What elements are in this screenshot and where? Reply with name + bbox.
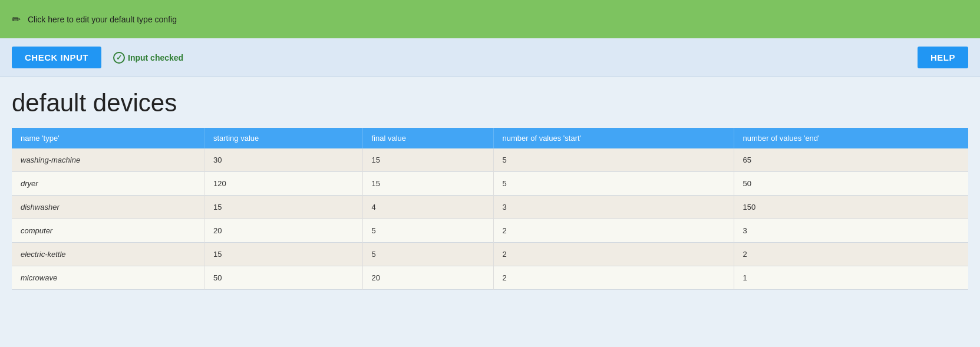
table-row: washing-machine3015565 — [12, 148, 968, 172]
cell-num-end: 3 — [734, 219, 968, 243]
table-row: microwave502021 — [12, 266, 968, 290]
cell-num-start: 2 — [493, 219, 734, 243]
cell-starting: 50 — [204, 266, 362, 290]
col-header-starting: starting value — [204, 128, 362, 148]
cell-num-start: 5 — [493, 172, 734, 196]
data-table: name 'type' starting value final value n… — [12, 128, 968, 290]
top-bar[interactable]: ✏ Click here to edit your default type c… — [0, 0, 980, 38]
cell-final: 5 — [362, 219, 493, 243]
table-header-row: name 'type' starting value final value n… — [12, 128, 968, 148]
cell-starting: 15 — [204, 243, 362, 266]
cell-starting: 20 — [204, 219, 362, 243]
cell-final: 4 — [362, 196, 493, 219]
col-header-final: final value — [362, 128, 493, 148]
cell-final: 5 — [362, 243, 493, 266]
cell-name: dishwasher — [12, 196, 204, 219]
cell-final: 15 — [362, 148, 493, 172]
col-header-name: name 'type' — [12, 128, 204, 148]
cell-starting: 15 — [204, 196, 362, 219]
table-row: dryer12015550 — [12, 172, 968, 196]
cell-num-end: 1 — [734, 266, 968, 290]
edit-icon: ✏ — [12, 13, 21, 26]
input-checked-label: Input checked — [128, 53, 183, 62]
check-circle-icon: ✓ — [113, 52, 125, 64]
table-row: computer20523 — [12, 219, 968, 243]
cell-name: microwave — [12, 266, 204, 290]
cell-num-start: 2 — [493, 266, 734, 290]
cell-name: dryer — [12, 172, 204, 196]
cell-num-end: 50 — [734, 172, 968, 196]
input-checked-badge: ✓ Input checked — [113, 52, 183, 64]
cell-name: washing-machine — [12, 148, 204, 172]
page-title: default devices — [12, 89, 968, 117]
table-row: dishwasher1543150 — [12, 196, 968, 219]
cell-final: 20 — [362, 266, 493, 290]
cell-num-start: 3 — [493, 196, 734, 219]
help-button[interactable]: HELP — [918, 47, 968, 68]
cell-num-end: 150 — [734, 196, 968, 219]
cell-num-start: 2 — [493, 243, 734, 266]
col-header-num-end: number of values 'end' — [734, 128, 968, 148]
main-content: default devices name 'type' starting val… — [0, 77, 980, 302]
cell-num-end: 2 — [734, 243, 968, 266]
toolbar: CHECK INPUT ✓ Input checked HELP — [0, 38, 980, 77]
cell-num-end: 65 — [734, 148, 968, 172]
cell-starting: 30 — [204, 148, 362, 172]
cell-name: computer — [12, 219, 204, 243]
check-input-button[interactable]: CHECK INPUT — [12, 47, 101, 68]
col-header-num-start: number of values 'start' — [493, 128, 734, 148]
top-bar-text: Click here to edit your default type con… — [28, 15, 177, 24]
cell-num-start: 5 — [493, 148, 734, 172]
toolbar-left: CHECK INPUT ✓ Input checked — [12, 47, 183, 68]
cell-starting: 120 — [204, 172, 362, 196]
cell-final: 15 — [362, 172, 493, 196]
table-row: electric-kettle15522 — [12, 243, 968, 266]
cell-name: electric-kettle — [12, 243, 204, 266]
